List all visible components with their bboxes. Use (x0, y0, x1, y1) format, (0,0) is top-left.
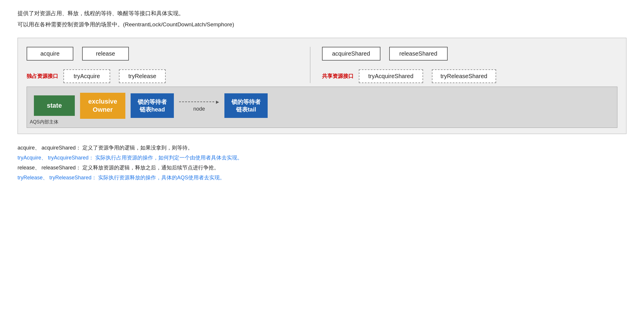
try-acquire-shared-box: tryAcquireShared (359, 69, 423, 83)
shared-boxes-col: acquireShared releaseShared 共享资源接口 tryAc… (322, 47, 617, 83)
shared-dashed-row-label: 共享资源接口 tryAcquireShared tryReleaseShared (322, 69, 617, 83)
node-connector: ▶ node (179, 99, 219, 112)
chain-tail-box: 锁的等待者 链表tail (224, 93, 268, 118)
shared-dashed-row: tryAcquireShared tryReleaseShared (359, 69, 617, 83)
aqs-body-label: AQS内部主体 (30, 119, 58, 125)
intro-line2: 可以用在各种需要控制资源争用的场景中。(ReentrantLock/CountD… (18, 20, 626, 29)
desc-line-2: tryAcquire、 tryAcquireShared： 实际执行占用资源的操… (18, 153, 626, 163)
desc-line-4: tryRelease、 tryReleaseShared： 实际执行资源释放的操… (18, 173, 626, 183)
acquire-shared-box: acquireShared (322, 47, 380, 61)
exclusive-interface-area: acquire release 独占资源接口 tryAcquire tryRel (27, 47, 310, 83)
shared-interface-label: 共享资源接口 (322, 73, 354, 80)
node-arrow: ▶ (179, 99, 219, 104)
release-shared-box: releaseShared (389, 47, 448, 61)
exclusive-boxes-col: acquire release 独占资源接口 tryAcquire tryRel (27, 47, 298, 83)
shared-solid-row: acquireShared releaseShared (322, 47, 617, 61)
try-acquire-box: tryAcquire (63, 69, 110, 83)
exclusive-dashed-row-label: 独占资源接口 tryAcquire tryRelease (27, 69, 298, 83)
exclusive-solid-row: acquire release (27, 47, 298, 61)
interface-boxes-area: acquire release 独占资源接口 tryAcquire tryRel (27, 47, 617, 83)
shared-interface-area: acquireShared releaseShared 共享资源接口 tryAc… (310, 47, 617, 83)
acquire-box: acquire (27, 47, 73, 61)
chain-head-box: 锁的等待者 链表head (131, 93, 174, 118)
desc-line-1: acquire、 acquireShared： 定义了资源争用的逻辑，如果没拿到… (18, 143, 626, 153)
aqs-body: state exclusive Owner 锁的等待者 链表head ▶ nod… (27, 87, 617, 128)
intro-line1: 提供了对资源占用、释放，线程的等待、唤醒等等接口和具体实现。 (18, 9, 626, 18)
state-box: state (34, 95, 75, 116)
exclusive-interface-label: 独占资源接口 (27, 73, 58, 80)
try-release-box: tryRelease (119, 69, 166, 83)
exclusive-owner-box: exclusive Owner (80, 93, 125, 119)
descriptions-section: acquire、 acquireShared： 定义了资源争用的逻辑，如果没拿到… (18, 143, 626, 183)
aqs-inner-row: state exclusive Owner 锁的等待者 链表head ▶ nod… (34, 93, 610, 119)
desc-line-3: release、 releaseShared： 定义释放资源的逻辑，释放之后，通… (18, 163, 626, 173)
aqs-diagram: acquire release 独占资源接口 tryAcquire tryRel (18, 38, 626, 134)
release-box: release (82, 47, 129, 61)
try-release-shared-box: tryReleaseShared (432, 69, 496, 83)
exclusive-dashed-row: tryAcquire tryRelease (63, 69, 298, 83)
